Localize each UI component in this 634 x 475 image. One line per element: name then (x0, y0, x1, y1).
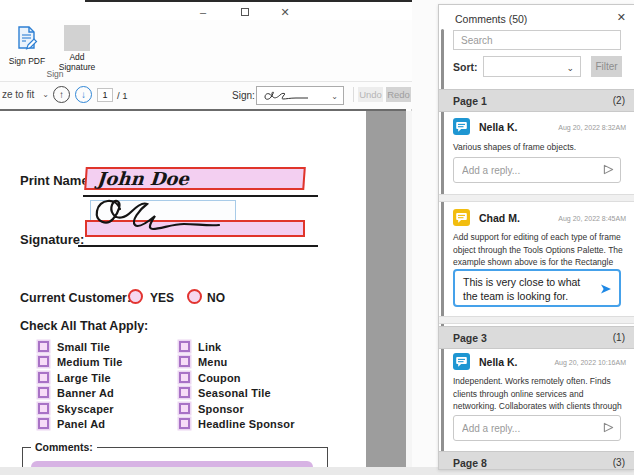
sign-pdf-icon (14, 25, 40, 51)
panel-close-button[interactable]: ✕ (617, 11, 626, 24)
view-toolbar: ze to fit ⌄ ↑ ↓ 1 / 1 Sign: ⌄ Undo Redo (0, 82, 412, 109)
maximize-button[interactable] (238, 5, 252, 19)
comments-fieldset: Comments: (22, 447, 328, 467)
undo-button[interactable]: Undo (358, 87, 383, 102)
checkbox-coupon[interactable] (179, 372, 190, 383)
checkbox-menu[interactable] (179, 356, 190, 367)
checkbox-small-tile[interactable] (38, 341, 49, 352)
comments-panel: Comments (50) ✕ Sort: ⌄ Filter Page 1 (2… (438, 4, 634, 470)
checkbox-sponsor[interactable] (179, 403, 190, 414)
radio-no-label: NO (207, 291, 225, 305)
checkbox-label: Large Tile (57, 372, 111, 384)
section-header-page-3[interactable]: Page 3 (1) (439, 326, 634, 349)
checkbox-headline-sponsor[interactable] (179, 418, 190, 429)
reply-box-active[interactable]: This is very close to what the team is l… (453, 269, 621, 307)
print-name-label: Print Name: (20, 173, 93, 188)
document-viewport: Print Name: John Doe Signature: Current … (0, 111, 412, 467)
redo-button[interactable]: Redo (386, 87, 411, 102)
checkbox-link[interactable] (179, 341, 190, 352)
page-up-button[interactable]: ↑ (53, 86, 70, 103)
checkbox-label: Medium Tile (57, 356, 123, 368)
sign-dropdown-label: Sign: (232, 90, 255, 101)
section-count: (1) (613, 327, 625, 349)
maximize-icon (241, 8, 249, 16)
comment-divider (439, 316, 634, 324)
checkbox-panel-ad[interactable] (38, 418, 49, 429)
section-count: (3) (613, 452, 625, 470)
checkbox-label: Seasonal Tile (198, 387, 271, 399)
comment-text: Various shapes of frame objects. (453, 141, 625, 154)
chevron-down-icon: ⌄ (566, 63, 574, 73)
checkbox-medium-tile[interactable] (38, 356, 49, 367)
screenshot-root: – ✕ Sign PDF Add Signature Sign (0, 0, 634, 475)
checkbox-label: Skyscaper (57, 403, 114, 415)
reply-input[interactable] (453, 415, 621, 441)
comment-timestamp: Aug 20, 2022 8:45AM (558, 215, 626, 222)
section-label: Page 1 (453, 90, 487, 112)
zoom-fit-label: ze to fit (2, 89, 34, 100)
pdf-app-window: – ✕ Sign PDF Add Signature Sign (0, 0, 412, 467)
comment-bubble-icon (453, 118, 470, 135)
comment-divider (439, 194, 634, 202)
comments-field-label: Comments: (31, 441, 97, 453)
filter-button[interactable]: Filter (591, 56, 622, 77)
comment-bubble-icon (453, 353, 470, 370)
sign-pdf-button[interactable]: Sign PDF (4, 25, 50, 67)
checkbox-label: Coupon (198, 372, 241, 384)
section-header-page-1[interactable]: Page 1 (2) (439, 89, 634, 112)
checkbox-label: Panel Ad (57, 418, 105, 430)
chevron-down-icon: ⌄ (331, 92, 338, 101)
search-input[interactable] (453, 30, 621, 50)
panel-title: Comments (50) (455, 13, 527, 25)
signature-dropdown[interactable]: ⌄ (256, 86, 344, 105)
section-label: Page 8 (453, 452, 487, 470)
zoom-fit-select[interactable]: ze to fit ⌄ (2, 89, 54, 100)
check-all-label: Check All That Apply: (20, 319, 148, 333)
signature-preview-icon (262, 89, 312, 103)
sign-pdf-label: Sign PDF (4, 57, 50, 67)
toolbar-divider (353, 87, 354, 102)
comment-bubble-icon (453, 209, 470, 226)
add-signature-button[interactable]: Add Signature (52, 25, 102, 72)
checkbox-large-tile[interactable] (38, 372, 49, 383)
comment-author: Nella K. (479, 121, 518, 133)
comment-timestamp: Aug 20, 2022 10:16AM (554, 359, 626, 366)
checkbox-label: Sponsor (198, 403, 244, 415)
checkbox-skyscaper[interactable] (38, 403, 49, 414)
comment-author: Nella K. (479, 356, 518, 368)
checkbox-banner-ad[interactable] (38, 387, 49, 398)
section-header-page-8[interactable]: Page 8 (3) (439, 451, 634, 470)
comment-timestamp: Aug 20, 2022 8:32AM (558, 124, 626, 131)
pdf-page: Print Name: John Doe Signature: Current … (0, 111, 366, 467)
radio-no[interactable] (187, 289, 202, 304)
sort-select[interactable]: ⌄ (483, 56, 581, 77)
signature-image (86, 193, 236, 243)
page-number-input[interactable]: 1 (97, 88, 113, 102)
send-icon[interactable] (603, 422, 614, 433)
pdf-background (366, 111, 406, 467)
checkbox-label: Headline Sponsor (198, 418, 295, 430)
minimize-button[interactable]: – (196, 5, 210, 19)
reply-input[interactable] (453, 157, 621, 183)
add-signature-icon (64, 25, 90, 51)
reply-box (453, 157, 621, 183)
titlebar: – ✕ (0, 2, 412, 20)
send-icon[interactable] (600, 283, 612, 295)
checkbox-seasonal-tile[interactable] (179, 387, 190, 398)
page-total-label: / 1 (117, 90, 128, 101)
sort-label: Sort: (453, 61, 478, 73)
reply-draft-text[interactable]: This is very close to what the team is l… (463, 275, 591, 303)
window-close-button[interactable]: ✕ (278, 5, 292, 19)
section-label: Page 3 (453, 327, 487, 349)
comment-author: Chad M. (479, 212, 520, 224)
document-scrollbar[interactable] (406, 111, 412, 467)
checkbox-label: Small Tile (57, 341, 110, 353)
checkbox-label: Banner Ad (57, 387, 114, 399)
checkbox-label: Menu (198, 356, 228, 368)
send-icon[interactable] (603, 164, 614, 175)
radio-yes[interactable] (128, 289, 143, 304)
reply-box (453, 415, 621, 441)
page-down-button[interactable]: ↓ (75, 86, 92, 103)
ribbon-toolbar: Sign PDF Add Signature Sign (0, 20, 412, 82)
print-name-field[interactable]: John Doe (84, 167, 306, 190)
